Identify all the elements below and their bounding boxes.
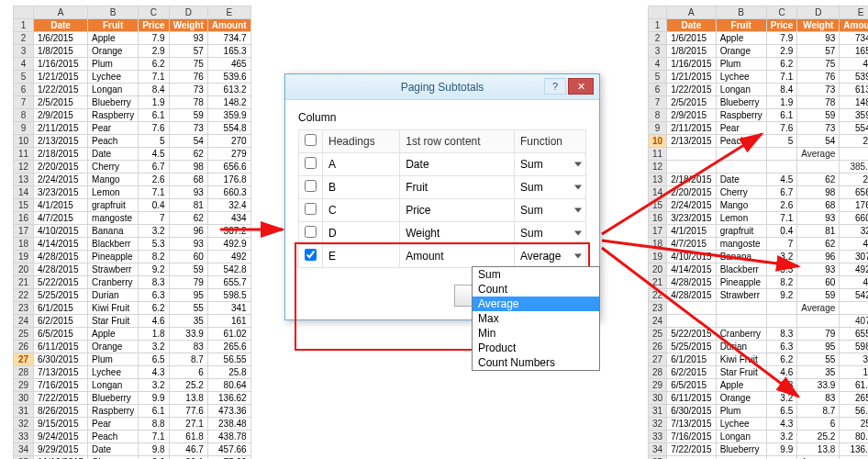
cell-price[interactable]: 5.3 xyxy=(766,263,796,276)
row-header[interactable]: 4 xyxy=(14,58,34,71)
cell-weight[interactable]: 25.2 xyxy=(797,431,840,443)
row-header[interactable]: 28 xyxy=(649,366,667,379)
cell-price[interactable]: 7 xyxy=(766,238,796,251)
cell-price[interactable]: 7.6 xyxy=(139,122,169,135)
cell-amount[interactable]: 598.5 xyxy=(207,289,250,302)
cell-fruit[interactable]: Strawberr xyxy=(716,289,766,302)
col-header[interactable]: B xyxy=(716,6,766,19)
column-row[interactable]: ADateSum xyxy=(299,153,586,176)
col-header[interactable]: E xyxy=(207,6,250,19)
row-header[interactable]: 29 xyxy=(649,379,667,392)
cell-fruit[interactable]: Longan xyxy=(716,431,766,443)
cell-fruit[interactable]: Blueberry xyxy=(88,392,139,405)
cell-fruit[interactable]: Blackberr xyxy=(88,238,139,251)
cell-date[interactable]: 9/15/2015 xyxy=(34,418,88,431)
cell-fruit[interactable]: Durian xyxy=(88,289,139,302)
cell-price[interactable]: 6.2 xyxy=(139,58,169,71)
cell-amount[interactable]: 656.6 xyxy=(207,161,250,174)
cell-price[interactable]: 4.6 xyxy=(139,315,169,328)
row-header[interactable]: 8 xyxy=(14,109,34,122)
row-header[interactable]: 16 xyxy=(649,212,667,225)
cell-price[interactable]: 2.9 xyxy=(766,45,796,58)
row-header[interactable]: 12 xyxy=(14,161,34,174)
cell-price[interactable]: 5 xyxy=(139,135,169,148)
cell-date[interactable]: 2/11/2015 xyxy=(34,122,88,135)
cell-weight[interactable]: 93 xyxy=(169,32,207,45)
cell-weight[interactable]: 13.8 xyxy=(797,443,840,456)
row-header[interactable]: 35 xyxy=(649,456,667,460)
cell-amount[interactable]: 25.8 xyxy=(840,418,868,431)
row-header[interactable]: 14 xyxy=(14,186,34,199)
column-checkbox[interactable] xyxy=(305,226,317,238)
column-checkbox[interactable] xyxy=(305,180,317,192)
cell-weight[interactable]: 59 xyxy=(169,263,207,276)
cell-date[interactable]: 2/5/2015 xyxy=(34,96,88,109)
cell-weight[interactable]: 8.7 xyxy=(169,353,207,366)
cell-price[interactable]: 0.4 xyxy=(766,225,796,238)
cell-weight[interactable]: 59 xyxy=(797,289,840,302)
cell-fruit[interactable]: Star Fruit xyxy=(88,315,139,328)
cell-price[interactable]: 3.2 xyxy=(139,379,169,392)
cell-price[interactable]: 6.3 xyxy=(139,289,169,302)
col-header[interactable]: A xyxy=(34,6,88,19)
col-header[interactable]: B xyxy=(88,6,139,19)
dropdown-option[interactable]: Average xyxy=(473,297,599,311)
cell-fruit[interactable]: Raspberry xyxy=(88,405,139,418)
cell-amount[interactable]: 438.78 xyxy=(207,431,250,443)
cell-fruit[interactable]: Longan xyxy=(716,84,766,96)
row-header[interactable]: 21 xyxy=(649,276,667,289)
cell-date[interactable]: 1/8/2015 xyxy=(667,45,717,58)
cell-amount[interactable]: 165.3 xyxy=(207,45,250,58)
function-cell[interactable]: Sum xyxy=(514,153,585,176)
cell-amount[interactable]: 492 xyxy=(207,251,250,263)
cell-weight[interactable]: 78 xyxy=(169,96,207,109)
cell-date[interactable]: 6/30/2015 xyxy=(34,353,88,366)
column-row[interactable]: BFruitSum xyxy=(299,176,586,199)
row-header[interactable]: 11 xyxy=(14,148,34,161)
cell-amount[interactable]: 270 xyxy=(840,135,868,148)
column-grid[interactable]: Headings 1st row content Function ADateS… xyxy=(298,129,586,268)
cell-weight[interactable]: 46.7 xyxy=(169,443,207,456)
cell-weight[interactable]: 81 xyxy=(797,225,840,238)
cell-fruit[interactable]: Date xyxy=(88,148,139,161)
cell-date[interactable]: 6/1/2015 xyxy=(34,302,88,315)
row-header[interactable]: 5 xyxy=(649,71,667,84)
function-cell[interactable]: Average xyxy=(514,245,585,268)
cell-fruit[interactable]: mangoste xyxy=(716,238,766,251)
cell-price[interactable]: 6.3 xyxy=(766,341,796,353)
cell-weight[interactable]: 78 xyxy=(797,96,840,109)
cell-weight[interactable]: 57 xyxy=(169,45,207,58)
cell-weight[interactable]: 76 xyxy=(797,71,840,84)
cell-weight[interactable]: 6 xyxy=(797,418,840,431)
row-header[interactable]: 27 xyxy=(14,353,34,366)
cell-price[interactable]: 9.9 xyxy=(139,392,169,405)
cell-fruit[interactable]: Pineapple xyxy=(716,276,766,289)
row-header[interactable]: 1 xyxy=(14,19,34,32)
row-header[interactable]: 34 xyxy=(649,443,667,456)
cell-date[interactable]: 3/23/2015 xyxy=(667,212,717,225)
cell-date[interactable]: 1/22/2015 xyxy=(667,84,717,96)
cell-amount[interactable]: 80.64 xyxy=(840,431,868,443)
help-button[interactable]: ? xyxy=(544,78,566,95)
cell-date[interactable]: 11/10/2015 xyxy=(34,456,88,460)
right-spreadsheet[interactable]: ABCDE1DateFruitPriceWeightAmount21/6/201… xyxy=(648,6,868,459)
row-header[interactable]: 23 xyxy=(649,302,667,315)
cell-amount[interactable]: 492.9 xyxy=(840,263,868,276)
cell-price[interactable]: 6.7 xyxy=(139,161,169,174)
cell-fruit[interactable]: Orange xyxy=(716,45,766,58)
cell-fruit[interactable]: Apple xyxy=(88,328,139,341)
cell-price[interactable]: 6.5 xyxy=(139,353,169,366)
cell-date[interactable]: 5/22/2015 xyxy=(667,328,717,341)
cell-price[interactable]: 6.2 xyxy=(766,58,796,71)
cell-amount[interactable]: 539.6 xyxy=(207,71,250,84)
cell-date[interactable]: 6/5/2015 xyxy=(667,379,717,392)
row-header[interactable]: 12 xyxy=(649,161,667,174)
cell-price[interactable]: 8.4 xyxy=(139,84,169,96)
cell-price[interactable]: 9.2 xyxy=(139,263,169,276)
cell-fruit[interactable]: Lychee xyxy=(716,418,766,431)
cell-amount[interactable]: 265.6 xyxy=(840,392,868,405)
cell-weight[interactable]: 6 xyxy=(169,366,207,379)
dropdown-option[interactable]: Count xyxy=(473,282,599,297)
function-cell[interactable]: Sum xyxy=(514,222,585,245)
cell-date[interactable]: 1/21/2015 xyxy=(34,71,88,84)
